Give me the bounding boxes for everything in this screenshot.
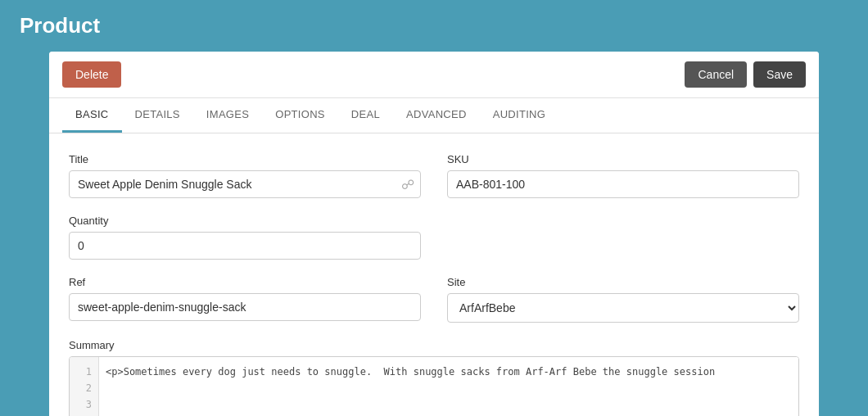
ref-group: Ref [69, 276, 421, 323]
ref-label: Ref [69, 276, 421, 288]
line-number-2: 2 [86, 380, 92, 396]
quantity-row: Quantity [69, 215, 799, 260]
tab-advanced[interactable]: ADVANCED [393, 98, 480, 133]
title-input-wrapper: ☍ [69, 170, 421, 198]
summary-textarea[interactable]: <p>Sometimes every dog just needs to snu… [99, 357, 798, 409]
save-button[interactable]: Save [753, 61, 806, 88]
site-label: Site [447, 276, 799, 288]
page-header: Product [0, 0, 868, 52]
tab-deal[interactable]: DEAL [338, 98, 393, 133]
title-input-icon: ☍ [401, 177, 414, 192]
title-group: Title ☍ [69, 153, 421, 198]
quantity-input[interactable] [69, 232, 421, 260]
tab-details[interactable]: DETAILS [122, 98, 193, 133]
summary-editor: 1 2 3 <p>Sometimes every dog just needs … [69, 356, 799, 416]
tab-basic[interactable]: BASIC [62, 98, 122, 133]
form-area: Title ☍ SKU Quantity Ref [49, 133, 819, 416]
tab-images[interactable]: IMAGES [193, 98, 262, 133]
title-label: Title [69, 153, 421, 165]
tab-options[interactable]: OPTIONS [262, 98, 338, 133]
ref-input[interactable] [69, 293, 421, 321]
sku-label: SKU [447, 153, 799, 165]
page-title: Product [20, 13, 100, 38]
tab-auditing[interactable]: AUDITING [480, 98, 559, 133]
site-group: Site ArfArfBebe Option2 [447, 276, 799, 323]
line-number-1: 1 [86, 364, 92, 380]
cancel-button[interactable]: Cancel [685, 61, 747, 88]
content-panel: Delete Cancel Save BASIC DETAILS IMAGES … [49, 52, 819, 416]
sku-group: SKU [447, 153, 799, 198]
quantity-group: Quantity [69, 215, 421, 260]
toolbar: Delete Cancel Save [49, 52, 819, 98]
tab-bar: BASIC DETAILS IMAGES OPTIONS DEAL ADVANC… [49, 98, 819, 133]
title-input[interactable] [69, 170, 421, 198]
title-sku-row: Title ☍ SKU [69, 153, 799, 198]
ref-site-row: Ref Site ArfArfBebe Option2 [69, 276, 799, 323]
sku-input[interactable] [447, 170, 799, 198]
quantity-label: Quantity [69, 215, 421, 227]
toolbar-right: Cancel Save [685, 61, 806, 88]
site-select[interactable]: ArfArfBebe Option2 [447, 293, 799, 323]
delete-button[interactable]: Delete [62, 61, 121, 88]
line-numbers: 1 2 3 [70, 357, 99, 416]
line-number-3: 3 [86, 396, 92, 413]
summary-row: Summary 1 2 3 <p>Sometimes every dog jus… [69, 339, 799, 416]
summary-label: Summary [69, 339, 799, 351]
